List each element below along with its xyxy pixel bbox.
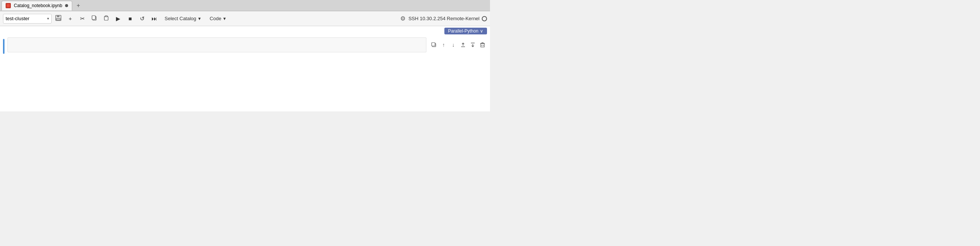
restart-button[interactable]: ↺ <box>137 13 147 24</box>
cell-row: ↑ ↓ <box>0 36 490 56</box>
kernel-info-text: SSH 10.30.2.254 Remote-Kernel <box>409 16 479 21</box>
stop-icon: ■ <box>128 15 132 22</box>
save-icon <box>56 15 61 22</box>
tab-bar: Catalog_notebook.ipynb + <box>0 0 490 11</box>
cell-type-chevron-icon: ▾ <box>223 16 226 21</box>
main-toolbar: test-cluster ▾ + ✂ <box>0 11 490 26</box>
cell-move-down-button[interactable]: ↓ <box>449 40 458 49</box>
parallel-python-chevron-icon: ∨ <box>480 29 483 33</box>
stop-button[interactable]: ■ <box>125 13 135 24</box>
svg-rect-7 <box>105 16 107 17</box>
fast-forward-icon: ⏭ <box>151 15 157 22</box>
parallel-python-button[interactable]: Parallel-Python ∨ <box>444 28 487 34</box>
cell-copy-button[interactable] <box>430 40 438 49</box>
cell-type-dropdown[interactable]: Code ▾ <box>206 14 230 24</box>
notebook-empty-area <box>0 56 490 111</box>
svg-rect-1 <box>57 15 59 17</box>
cell-move-up-button[interactable]: ↑ <box>439 40 448 49</box>
toolbar-right: ⚙ SSH 10.30.2.254 Remote-Kernel <box>400 15 487 22</box>
cell-active-indicator <box>3 39 5 54</box>
kernel-select-dropdown[interactable]: test-cluster ▾ <box>3 14 52 24</box>
fast-forward-button[interactable]: ⏭ <box>149 13 159 24</box>
save-button[interactable] <box>53 13 64 24</box>
kernel-select-value: test-cluster <box>6 16 46 21</box>
cell-merge-above-button[interactable] <box>458 40 468 49</box>
svg-rect-14 <box>480 44 484 47</box>
cut-icon: ✂ <box>80 15 85 22</box>
notebook-main-area: Parallel-Python ∨ ↑ ↓ <box>0 26 490 111</box>
notebook-tab[interactable]: Catalog_notebook.ipynb <box>2 1 72 11</box>
svg-rect-3 <box>57 19 60 20</box>
notebook-file-icon <box>6 3 11 8</box>
cell-delete-button[interactable] <box>478 40 487 49</box>
run-button[interactable]: ▶ <box>113 13 123 24</box>
paste-button[interactable] <box>101 13 111 24</box>
parallel-python-label: Parallel-Python <box>448 29 479 33</box>
kernel-select-chevron-icon: ▾ <box>47 16 49 21</box>
run-icon: ▶ <box>116 15 121 22</box>
cell-type-label: Code <box>210 16 221 21</box>
cell-merge-below-button[interactable] <box>468 40 477 49</box>
select-catalog-label: Select Catalog <box>165 16 196 21</box>
svg-rect-9 <box>432 43 435 46</box>
gear-icon[interactable]: ⚙ <box>400 15 406 22</box>
paste-icon <box>103 15 109 22</box>
copy-icon <box>92 15 97 22</box>
cell-actions-toolbar: ↑ ↓ <box>430 40 487 49</box>
kernel-idle-indicator <box>482 16 487 21</box>
copy-button[interactable] <box>89 13 100 24</box>
cell-input[interactable] <box>8 37 426 52</box>
parallel-python-bar: Parallel-Python ∨ <box>0 26 490 36</box>
restart-icon: ↺ <box>140 15 145 22</box>
tab-unsaved-indicator <box>65 4 68 7</box>
select-catalog-chevron-icon: ▾ <box>198 16 201 21</box>
add-cell-button[interactable]: + <box>65 13 76 24</box>
kernel-status: SSH 10.30.2.254 Remote-Kernel <box>409 16 487 21</box>
cut-button[interactable]: ✂ <box>77 13 88 24</box>
plus-icon: + <box>69 15 72 22</box>
tab-filename: Catalog_notebook.ipynb <box>14 3 62 8</box>
new-tab-button[interactable]: + <box>74 1 83 10</box>
svg-rect-5 <box>92 16 95 19</box>
select-catalog-button[interactable]: Select Catalog ▾ <box>161 14 205 24</box>
